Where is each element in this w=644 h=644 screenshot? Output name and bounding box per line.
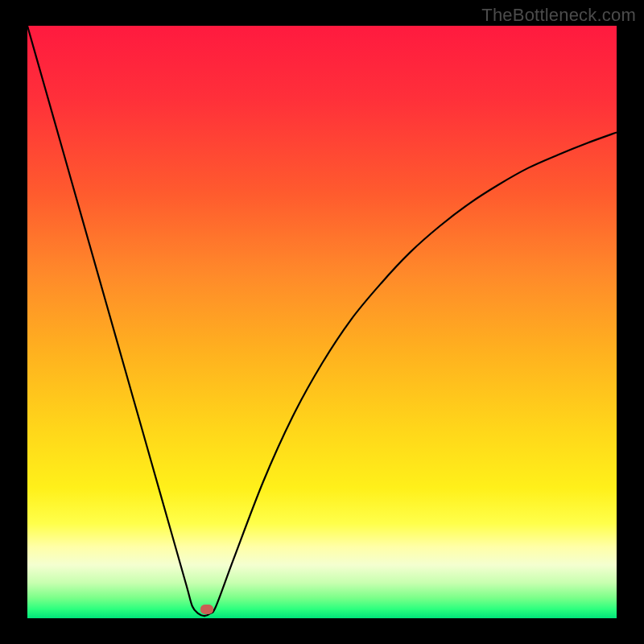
bottleneck-curve (27, 26, 617, 618)
chart-frame: TheBottleneck.com (0, 0, 644, 644)
watermark-label: TheBottleneck.com (481, 5, 636, 26)
curve-path (27, 26, 617, 616)
minimum-marker (200, 605, 213, 614)
